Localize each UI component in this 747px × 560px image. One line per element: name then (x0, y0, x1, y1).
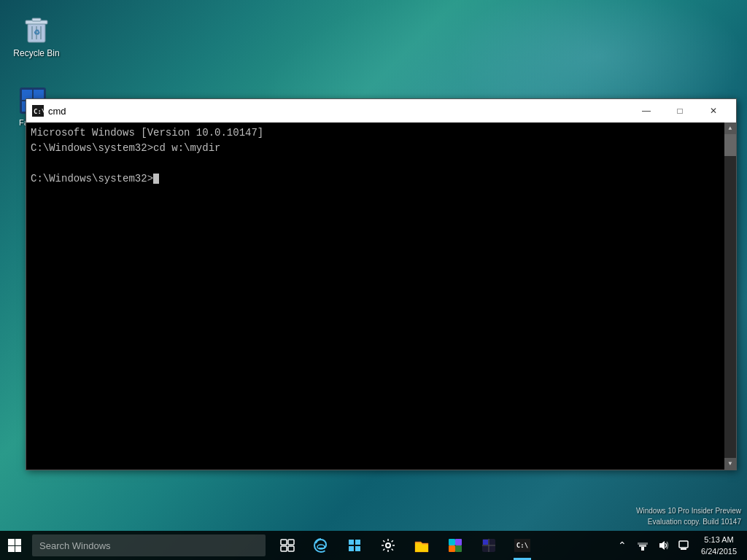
taskbar-app-store[interactable] (338, 531, 371, 560)
cmd-line-2: C:\Windows\system32>cd w:\mydir (31, 141, 732, 156)
svg-rect-17 (288, 546, 294, 551)
clock-time: 5:13 AM (701, 534, 737, 546)
windows-logo-icon (8, 539, 21, 552)
cmd-line-4: C:\Windows\system32> (31, 171, 732, 187)
maximize-button[interactable]: □ (663, 99, 697, 122)
svg-rect-2 (32, 18, 41, 21)
taskbar-app-edge[interactable] (305, 531, 337, 560)
cmd-window-icon: C:\ (32, 105, 44, 117)
minimize-button[interactable]: — (630, 99, 663, 122)
store-icon (346, 537, 363, 554)
volume-icon[interactable] (654, 537, 672, 554)
build-info: Windows 10 Pro Insider Preview Evaluatio… (636, 505, 741, 527)
svg-rect-25 (455, 539, 462, 545)
cmd-window: C:\ cmd — □ ✕ Microsoft Windows [Version… (26, 98, 737, 470)
taskbar-right: ⌃ (614, 534, 747, 558)
task-view-icon (279, 537, 296, 554)
cmd-titlebar: C:\ cmd — □ ✕ (26, 99, 736, 122)
clock-date: 6/24/2015 (701, 545, 737, 558)
recycle-bin-label: Recycle Bin (13, 48, 59, 58)
recycle-bin-icon[interactable]: ♻ Recycle Bin (7, 7, 66, 61)
titlebar-buttons: — □ ✕ (630, 99, 730, 122)
search-input[interactable] (32, 534, 266, 556)
cmd-body[interactable]: Microsoft Windows [Version 10.0.10147] C… (26, 122, 736, 470)
taskbar-apps: C:\ (271, 531, 538, 560)
close-button[interactable]: ✕ (697, 99, 730, 122)
cmd-line-3 (31, 156, 732, 171)
scrollbar-down-button[interactable]: ▼ (724, 458, 736, 470)
unknown2-icon (480, 537, 498, 554)
taskbar-app-explorer[interactable] (406, 531, 438, 560)
svg-rect-21 (349, 546, 354, 551)
svg-rect-37 (681, 548, 686, 550)
svg-rect-20 (355, 540, 360, 545)
recycle-bin-image: ♻ (19, 10, 54, 45)
cmd-cursor (153, 174, 159, 184)
svg-text:♻: ♻ (34, 28, 40, 36)
taskbar-app-taskview[interactable] (271, 531, 303, 560)
unknown1-icon (446, 537, 464, 554)
svg-rect-24 (449, 539, 455, 545)
cmd-icon-text: C:\ (514, 539, 530, 552)
svg-rect-22 (355, 546, 360, 551)
edge-icon (312, 537, 330, 554)
desktop: ♻ Recycle Bin Far M... (0, 0, 747, 560)
taskbar-app-unknown2[interactable] (473, 531, 505, 560)
tray-chevron-icon[interactable]: ⌃ (614, 537, 631, 554)
svg-rect-33 (639, 545, 646, 547)
explorer-icon (413, 537, 430, 554)
cmd-scrollbar[interactable]: ▲ ▼ (724, 122, 736, 470)
cmd-title-text: cmd (48, 106, 630, 117)
taskbar-app-unknown1[interactable] (439, 531, 471, 560)
cmd-line-1: Microsoft Windows [Version 10.0.10147] (31, 125, 732, 141)
taskbar-app-settings[interactable] (372, 531, 404, 560)
svg-rect-26 (449, 545, 455, 552)
svg-rect-31 (483, 540, 488, 545)
svg-text:C:\: C:\ (34, 108, 44, 115)
system-tray: ⌃ (614, 537, 692, 554)
taskbar-app-cmd[interactable]: C:\ (506, 531, 538, 560)
settings-icon (379, 537, 397, 554)
scrollbar-track[interactable] (724, 134, 736, 458)
svg-rect-14 (281, 540, 287, 545)
svg-marker-35 (659, 541, 665, 550)
action-center-icon[interactable] (675, 537, 692, 554)
svg-point-23 (386, 543, 390, 548)
svg-rect-27 (455, 545, 462, 552)
build-info-line1: Windows 10 Pro Insider Preview (636, 505, 741, 516)
cmd-taskbar-icon: C:\ (514, 537, 531, 554)
scrollbar-thumb[interactable] (724, 134, 736, 156)
svg-rect-34 (638, 542, 648, 545)
svg-rect-16 (281, 546, 287, 551)
scrollbar-up-button[interactable]: ▲ (724, 122, 736, 134)
svg-rect-32 (641, 547, 644, 551)
network-icon[interactable] (634, 537, 651, 554)
clock-display[interactable]: 5:13 AM 6/24/2015 (697, 534, 741, 558)
taskbar: C:\ ⌃ (0, 531, 747, 560)
build-info-line2: Evaluation copy. Build 10147 (636, 516, 741, 527)
svg-rect-36 (679, 541, 688, 548)
start-button[interactable] (0, 531, 29, 560)
svg-rect-19 (349, 540, 354, 545)
svg-rect-15 (288, 540, 294, 545)
